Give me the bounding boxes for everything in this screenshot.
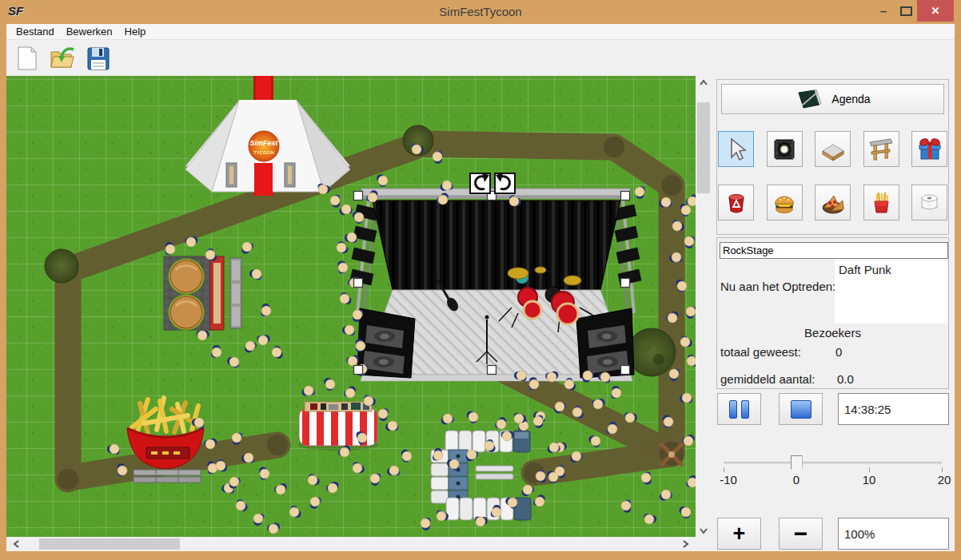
tool-select[interactable] bbox=[718, 131, 754, 167]
open-file-button[interactable] bbox=[48, 44, 77, 73]
speed-slider-thumb[interactable] bbox=[791, 455, 803, 475]
carpet-under-tent bbox=[254, 163, 273, 196]
vertical-scrollbar[interactable] bbox=[696, 76, 712, 537]
slider-label-10: 10 bbox=[863, 473, 876, 487]
stage-scaffold-tool-icon bbox=[867, 136, 895, 163]
speed-slider-track[interactable] bbox=[724, 462, 942, 464]
menu-bestand[interactable]: Bestand bbox=[10, 24, 61, 39]
window-title: SimFestTycoon bbox=[0, 5, 961, 18]
minimize-button[interactable]: – bbox=[872, 4, 895, 18]
title-bar[interactable]: SF SimFestTycoon – ✕ bbox=[0, 0, 961, 24]
slider-label-min: -10 bbox=[720, 473, 737, 487]
total-visitors-label: totaal geweest: bbox=[720, 345, 801, 359]
agenda-button[interactable]: Agenda bbox=[721, 84, 944, 114]
bench-burger[interactable] bbox=[230, 258, 241, 328]
horizontal-scrollbar[interactable] bbox=[6, 537, 696, 551]
tool-pizza-stand[interactable] bbox=[815, 185, 851, 220]
scroll-down-icon[interactable] bbox=[700, 526, 708, 534]
hamburger-tool-icon bbox=[771, 190, 798, 216]
spotlight-tool-icon bbox=[771, 136, 798, 163]
trash-bin-tool-icon bbox=[723, 189, 750, 216]
clock-value: 14:38:25 bbox=[844, 403, 891, 416]
path-tile-tool-icon bbox=[819, 136, 847, 163]
tool-trash-bin[interactable] bbox=[718, 185, 754, 220]
app-window: SF SimFestTycoon – ✕ Bestand Bewerken He… bbox=[0, 0, 961, 560]
scroll-left-icon[interactable] bbox=[13, 540, 21, 548]
rotate-left-button[interactable] bbox=[470, 173, 490, 193]
map-canvas[interactable]: SimFest TYCOON bbox=[6, 76, 712, 551]
gift-tool-icon bbox=[915, 137, 944, 162]
tool-fries-stand[interactable] bbox=[863, 185, 899, 220]
menu-help[interactable]: Help bbox=[119, 24, 153, 39]
close-button[interactable]: ✕ bbox=[917, 0, 954, 22]
control-panel: Agenda bbox=[714, 76, 951, 551]
average-visitors-label: gemiddeld aantal: bbox=[720, 372, 815, 386]
zoom-level-value: 100% bbox=[844, 527, 875, 541]
scrollbar-corner bbox=[696, 537, 712, 551]
pizza-tool-icon bbox=[819, 190, 847, 216]
total-visitors-value: 0 bbox=[835, 345, 842, 359]
menu-bewerken[interactable]: Bewerken bbox=[61, 24, 119, 39]
slider-label-max: 20 bbox=[938, 473, 951, 487]
stop-button[interactable] bbox=[779, 393, 823, 425]
stage-name-input[interactable] bbox=[720, 242, 948, 259]
visitors-heading: Bezoekers bbox=[717, 326, 948, 340]
tool-gift[interactable] bbox=[911, 131, 947, 167]
tool-toilet[interactable] bbox=[911, 185, 947, 220]
stage-curtain bbox=[373, 201, 620, 290]
maximize-button[interactable] bbox=[895, 6, 917, 16]
menu-bar: Bestand Bewerken Help bbox=[6, 24, 955, 40]
now-performing-box: Daft Punk bbox=[835, 260, 947, 324]
tool-path[interactable] bbox=[815, 131, 851, 167]
festival-scene[interactable]: SimFest TYCOON bbox=[6, 76, 696, 537]
new-document-icon bbox=[15, 46, 39, 71]
average-visitors-value: 0.0 bbox=[837, 372, 854, 386]
agenda-book-icon bbox=[795, 88, 822, 110]
select-tool-icon bbox=[722, 136, 751, 163]
simfest-logo: SimFest TYCOON bbox=[249, 131, 279, 161]
vertical-scrollbar-thumb[interactable] bbox=[697, 102, 710, 193]
tools-groupbox: Agenda bbox=[716, 79, 949, 235]
zoom-level-field: 100% bbox=[838, 518, 949, 550]
scroll-up-icon[interactable] bbox=[700, 79, 708, 87]
now-performing-label: Nu aan het Optreden: bbox=[720, 280, 835, 293]
speed-slider[interactable]: -10 0 10 20 bbox=[717, 451, 948, 491]
stop-icon bbox=[791, 400, 811, 419]
svg-text:SimFest: SimFest bbox=[249, 139, 278, 147]
striped-stall[interactable] bbox=[298, 402, 378, 451]
toilet-row-bottom bbox=[446, 498, 531, 520]
clock-field: 14:38:25 bbox=[838, 393, 949, 425]
scroll-right-icon[interactable] bbox=[681, 540, 689, 548]
tool-spotlight[interactable] bbox=[767, 131, 803, 167]
tool-stage[interactable] bbox=[863, 131, 899, 167]
zoom-in-button[interactable]: + bbox=[717, 518, 761, 550]
now-performing-value: Daft Punk bbox=[839, 263, 891, 276]
toolbar bbox=[6, 40, 955, 76]
pause-icon bbox=[729, 400, 737, 419]
pause-button[interactable] bbox=[717, 393, 761, 425]
new-file-button[interactable] bbox=[13, 44, 42, 73]
stage-object[interactable] bbox=[350, 189, 641, 381]
zoom-out-button[interactable]: − bbox=[779, 518, 823, 550]
window-content: Bestand Bewerken Help bbox=[6, 24, 955, 551]
toilet-paper-tool-icon bbox=[915, 189, 944, 216]
burger-stand[interactable] bbox=[164, 256, 224, 331]
stage-groupbox: Daft Punk Nu aan het Optreden: Bezoekers… bbox=[716, 237, 949, 389]
svg-text:TYCOON: TYCOON bbox=[253, 150, 274, 155]
save-floppy-icon bbox=[86, 46, 110, 71]
save-button[interactable] bbox=[83, 44, 112, 73]
horizontal-scrollbar-thumb[interactable] bbox=[39, 538, 180, 550]
agenda-label: Agenda bbox=[831, 93, 870, 105]
tool-burger-stand[interactable] bbox=[767, 185, 803, 220]
maximize-icon bbox=[900, 6, 912, 16]
slider-label-0: 0 bbox=[793, 473, 800, 487]
fries-tool-icon bbox=[867, 189, 895, 216]
rotate-right-button[interactable] bbox=[495, 173, 515, 193]
open-folder-icon bbox=[49, 46, 76, 71]
